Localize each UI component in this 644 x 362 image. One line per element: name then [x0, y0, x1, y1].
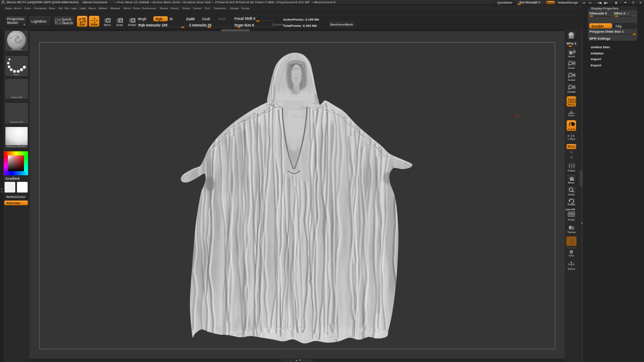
svg-text:R: R [132, 19, 135, 23]
svg-text:S: S [119, 19, 122, 23]
svg-text:M: M [107, 19, 110, 23]
